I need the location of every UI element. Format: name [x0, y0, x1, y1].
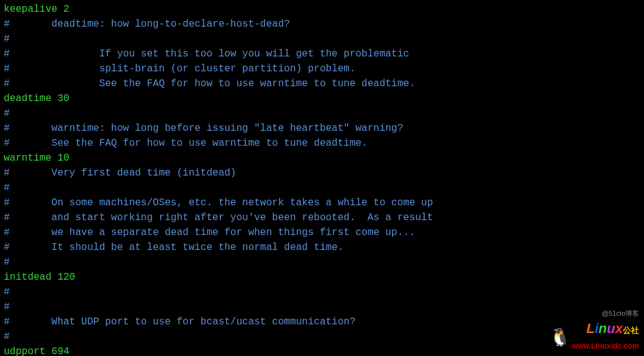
logo-text: Linux公社 www.Linuxidc.com — [572, 322, 639, 353]
config-comment: # See the FAQ for how to use warntime to… — [4, 136, 640, 151]
watermark-url: www.Linuxidc.com — [572, 342, 639, 350]
config-setting: udpport 694 — [4, 344, 640, 356]
config-comment: # — [4, 180, 640, 195]
config-comment: # It should be at least twice the normal… — [4, 240, 640, 255]
terminal-content: keepalive 2# deadtime: how long-to-decla… — [4, 2, 640, 356]
config-comment: # — [4, 285, 640, 300]
config-comment: # and start working right after you've b… — [4, 210, 640, 225]
config-comment: # — [4, 255, 640, 270]
config-comment: # split-brain (or cluster partition) pro… — [4, 61, 640, 76]
config-comment: # What UDP port to use for bcast/ucast c… — [4, 314, 640, 329]
config-comment: # Very first dead time (initdead) — [4, 166, 640, 180]
watermark: @51cto博客 🐧 Linux公社 www.Linuxidc.com — [549, 306, 639, 353]
config-comment: # — [4, 329, 640, 344]
config-setting: keepalive 2 — [4, 2, 640, 17]
config-comment: # See the FAQ for how to use warntime to… — [4, 76, 640, 91]
config-setting: warntime 10 — [4, 151, 640, 166]
watermark-source: @51cto博客 — [549, 306, 639, 321]
config-comment: # — [4, 32, 640, 47]
tux-icon: 🐧 — [549, 329, 571, 346]
linux-word: Linux — [586, 321, 623, 336]
config-setting: deadtime 30 — [4, 91, 640, 106]
config-comment: # we have a separate dead time for when … — [4, 225, 640, 240]
config-comment: # warntime: how long before issuing "lat… — [4, 121, 640, 136]
config-comment: # If you set this too low you will get t… — [4, 47, 640, 61]
config-setting: initdead 120 — [4, 270, 640, 285]
config-comment: # deadtime: how long-to-declare-host-dea… — [4, 17, 640, 32]
config-comment: # — [4, 300, 640, 314]
config-comment: # On some machines/OSes, etc. the networ… — [4, 195, 640, 210]
config-comment: # — [4, 106, 640, 121]
watermark-logo: 🐧 Linux公社 www.Linuxidc.com — [549, 322, 639, 353]
